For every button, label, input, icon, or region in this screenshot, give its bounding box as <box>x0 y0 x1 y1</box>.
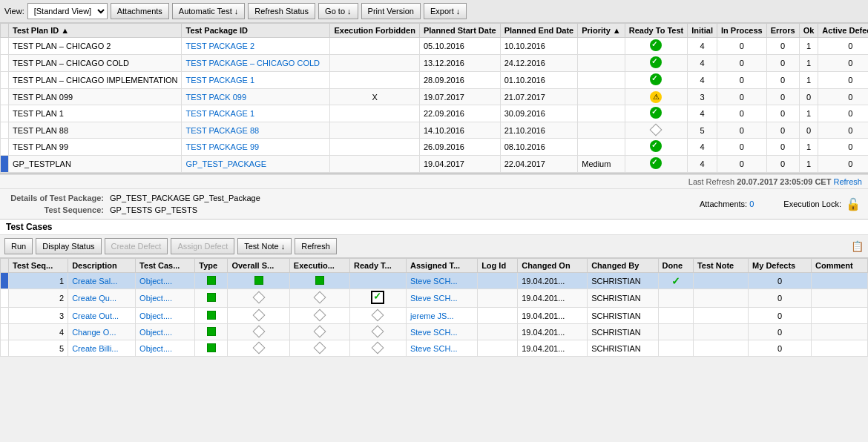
cases-col-ready[interactable]: Ready T... <box>350 259 407 273</box>
test-cas-cell: Object.... <box>136 273 195 289</box>
attachments-count[interactable]: 0 <box>749 199 754 208</box>
view-select[interactable]: [Standard View] <box>27 3 108 19</box>
lock-icon[interactable]: 🔓 <box>846 197 861 211</box>
pkg-id-link[interactable]: TEST PACK 099 <box>185 93 246 102</box>
assigned-link[interactable]: Steve SCH... <box>410 328 458 337</box>
test-cas-link[interactable]: Object.... <box>139 311 172 320</box>
table-row[interactable]: GP_TESTPLAN GP_TEST_PACKAGE 19.04.2017 2… <box>1 156 869 173</box>
attachments-button[interactable]: Attachments <box>111 3 169 19</box>
pkg-id-link[interactable]: TEST PACKAGE 1 <box>185 109 254 118</box>
cases-col-assigned[interactable]: Assigned T... <box>406 259 477 273</box>
col-planned-start[interactable]: Planned Start Date <box>419 24 500 38</box>
table-row[interactable]: TEST PLAN – CHICAGO COLD TEST PACKAGE – … <box>1 55 869 72</box>
test-note-button[interactable]: Test Note ↓ <box>237 238 292 254</box>
cases-col-overall[interactable]: Overall S... <box>228 259 289 273</box>
desc-link[interactable]: Create Billi... <box>72 344 118 353</box>
pkg-id-link[interactable]: TEST PACKAGE 2 <box>185 42 254 50</box>
test-cas-link[interactable]: Object.... <box>139 344 172 353</box>
pkg-id-link[interactable]: TEST PACKAGE 1 <box>185 76 254 85</box>
test-cas-link[interactable]: Object.... <box>139 328 172 337</box>
display-status-button[interactable]: Display Status <box>36 238 101 254</box>
row-indicator <box>1 89 9 105</box>
export-button[interactable]: Export ↓ <box>424 3 467 19</box>
col-active-defects[interactable]: Active Defects <box>818 24 868 38</box>
details-of-row: Details of Test Package: GP_TEST_PACKAGE… <box>7 194 260 202</box>
cases-col-desc[interactable]: Description <box>68 259 136 273</box>
cases-col-changed-on[interactable]: Changed On <box>518 259 588 273</box>
desc-link[interactable]: Create Out... <box>72 311 119 320</box>
cases-col-exec[interactable]: Executio... <box>289 259 349 273</box>
cases-col-logid[interactable]: Log Id <box>478 259 518 273</box>
table-row[interactable]: 2 Create Qu... Object.... Steve SCH... 1… <box>1 289 868 308</box>
table-row[interactable]: TEST PLAN – CHICAGO IMPLEMENTATION TEST … <box>1 72 869 89</box>
table-row[interactable]: 5 Create Billi... Object.... Steve SCH..… <box>1 340 868 357</box>
cases-col-type[interactable]: Type <box>195 259 228 273</box>
cases-col-seq[interactable]: Test Seq... <box>9 259 68 273</box>
table-row[interactable]: 1 Create Sal... Object.... Steve SCH... … <box>1 273 868 289</box>
assigned-link[interactable]: Steve SCH... <box>410 277 458 286</box>
go-to-button[interactable]: Go to ↓ <box>318 3 358 19</box>
refresh-link[interactable]: Refresh <box>833 177 862 186</box>
refresh-button[interactable]: Refresh <box>295 238 337 254</box>
screenshot-icon[interactable]: 📋 <box>851 240 864 252</box>
test-note-cell <box>693 340 748 357</box>
desc-link[interactable]: Create Qu... <box>72 294 116 303</box>
row-indicator <box>1 55 9 72</box>
done-cell <box>658 289 693 308</box>
table-row[interactable]: TEST PLAN 99 TEST PACKAGE 99 26.09.2016 … <box>1 139 869 156</box>
action-bar: Run Display Status Create Defect Assign … <box>0 235 868 258</box>
col-ok[interactable]: Ok <box>799 24 818 38</box>
type-cell <box>195 308 228 324</box>
col-test-plan-id[interactable]: Test Plan ID ▲ <box>9 24 182 38</box>
test-cas-link[interactable]: Object.... <box>139 277 172 286</box>
cases-col-changed-by[interactable]: Changed By <box>588 259 658 273</box>
run-button[interactable]: Run <box>4 238 33 254</box>
square-green-icon <box>207 311 216 320</box>
table-row[interactable]: 3 Create Out... Object.... jereme JS... … <box>1 308 868 324</box>
pkg-id-link[interactable]: GP_TEST_PACKAGE <box>185 159 266 168</box>
test-cas-link[interactable]: Object.... <box>139 294 172 303</box>
changed-by-cell: SCHRISTIAN <box>588 324 658 340</box>
assigned-link[interactable]: Steve SCH... <box>410 294 458 303</box>
assigned-link[interactable]: jereme JS... <box>410 311 454 320</box>
exec-forbidden-cell <box>330 139 419 156</box>
ok-cell: 0 <box>799 122 818 139</box>
cases-col-comment[interactable]: Comment <box>812 259 868 273</box>
refresh-status-button[interactable]: Refresh Status <box>248 3 315 19</box>
defects-cell: 0 <box>818 105 868 122</box>
col-errors[interactable]: Errors <box>766 24 799 38</box>
desc-link[interactable]: Change O... <box>72 328 116 337</box>
table-row[interactable]: TEST PLAN 1 TEST PACKAGE 1 22.09.2016 30… <box>1 105 869 122</box>
pkg-id-link[interactable]: TEST PACKAGE 88 <box>185 126 259 135</box>
table-row[interactable]: TEST PLAN 099 TEST PACK 099 X 19.07.2017… <box>1 89 869 105</box>
table-row[interactable]: TEST PLAN 88 TEST PACKAGE 88 14.10.2016 … <box>1 122 869 139</box>
create-defect-button[interactable]: Create Defect <box>105 238 168 254</box>
col-ready[interactable]: Ready To Test <box>625 24 688 38</box>
row-indicator <box>1 122 9 139</box>
col-planned-end[interactable]: Planned End Date <box>500 24 578 38</box>
col-priority[interactable]: Priority ▲ <box>578 24 625 38</box>
details-panel: Details of Test Package: GP_TEST_PACKAGE… <box>0 189 868 220</box>
col-initial[interactable]: Initial <box>688 24 717 38</box>
assign-defect-button[interactable]: Assign Defect <box>171 238 234 254</box>
changed-by-cell: SCHRISTIAN <box>588 308 658 324</box>
automatic-test-button[interactable]: Automatic Test ↓ <box>172 3 246 19</box>
table-row[interactable]: 4 Change O... Object.... Steve SCH... 19… <box>1 324 868 340</box>
pkg-id-cell: TEST PACKAGE 2 <box>182 38 330 55</box>
cases-col-my-defects[interactable]: My Defects <box>749 259 812 273</box>
col-in-process[interactable]: In Process <box>717 24 767 38</box>
print-button[interactable]: Print Version <box>361 3 421 19</box>
table-row[interactable]: TEST PLAN – CHICAGO 2 TEST PACKAGE 2 05.… <box>1 38 869 55</box>
cases-col-testcas[interactable]: Test Cas... <box>136 259 195 273</box>
pkg-id-link[interactable]: TEST PACKAGE – CHICAGO COLD <box>185 59 320 67</box>
col-exec-forbidden[interactable]: Execution Forbidden <box>330 24 419 38</box>
col-test-package-id[interactable]: Test Package ID <box>182 24 330 38</box>
assigned-link[interactable]: Steve SCH... <box>410 344 458 353</box>
diamond-icon <box>372 309 384 321</box>
cases-col-done[interactable]: Done <box>658 259 693 273</box>
done-cell <box>658 324 693 340</box>
pkg-id-link[interactable]: TEST PACKAGE 99 <box>185 142 259 151</box>
check-green-icon <box>650 107 662 119</box>
cases-col-test-note[interactable]: Test Note <box>693 259 748 273</box>
desc-link[interactable]: Create Sal... <box>72 277 117 286</box>
